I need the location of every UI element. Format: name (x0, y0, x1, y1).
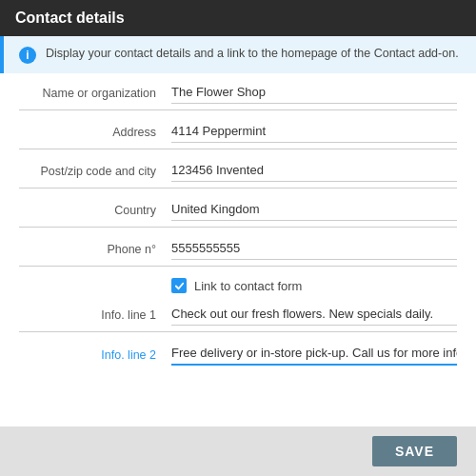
label-postcode: Post/zip code and city (19, 165, 171, 182)
page-container: Contact details i Display your contact d… (0, 0, 476, 476)
label-info2: Info. line 2 (19, 348, 171, 366)
label-info1: Info. line 1 (19, 308, 171, 326)
link-to-contact-checkbox[interactable] (171, 278, 187, 293)
field-row-country: Country (19, 200, 457, 228)
input-postcode[interactable] (171, 161, 457, 182)
input-phone[interactable] (171, 239, 457, 260)
input-info1[interactable] (171, 305, 457, 326)
checkbox-label: Link to contact form (194, 279, 302, 293)
page-header: Contact details (0, 0, 476, 36)
info-icon: i (19, 47, 36, 64)
form-area: Name or organization Address Post/zip co… (0, 73, 476, 426)
label-phone: Phone n° (19, 243, 171, 260)
field-row-postcode: Post/zip code and city (19, 161, 457, 188)
label-country: Country (19, 204, 171, 221)
info-banner: i Display your contact details and a lin… (0, 36, 476, 73)
field-row-name-org: Name or organization (19, 83, 457, 110)
field-row-phone: Phone n° (19, 239, 457, 267)
checkbox-row: Link to contact form (19, 278, 457, 293)
field-row-info1: Info. line 1 (19, 305, 457, 332)
input-name-org[interactable] (171, 83, 457, 104)
label-name-org: Name or organization (19, 87, 171, 104)
label-address: Address (19, 126, 171, 143)
input-address[interactable] (171, 122, 457, 143)
checkbox-wrap[interactable]: Link to contact form (171, 278, 302, 293)
banner-text: Display your contact details and a link … (46, 46, 459, 63)
save-button[interactable]: SAVE (372, 436, 457, 466)
field-row-address: Address (19, 122, 457, 149)
field-row-info2: Info. line 2 (19, 344, 457, 371)
input-country[interactable] (171, 200, 457, 221)
footer: SAVE (0, 426, 476, 476)
input-info2[interactable] (171, 344, 457, 366)
page-title: Contact details (15, 10, 125, 26)
